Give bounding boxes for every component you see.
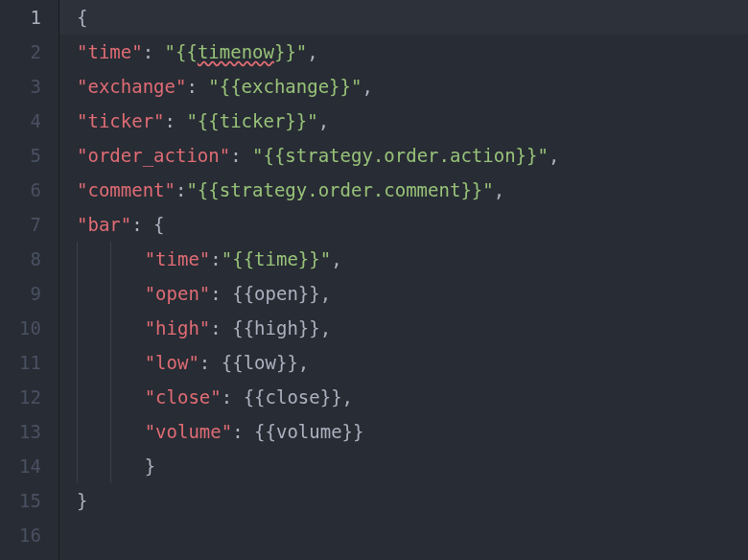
line-number: 6: [12, 173, 41, 207]
comma: ,: [362, 76, 372, 97]
json-value: "{{strategy.order.action}}": [252, 145, 549, 166]
indent-guide-icon: [110, 311, 111, 345]
indent-guide-icon: [77, 345, 78, 380]
json-value: "{{exchange}}": [208, 76, 362, 97]
comma: ,: [307, 41, 317, 62]
code-line[interactable]: [77, 518, 748, 552]
line-number: 1: [12, 0, 41, 35]
indent-guide-icon: [110, 449, 111, 483]
colon: :: [210, 283, 232, 304]
code-line[interactable]: {: [77, 0, 748, 35]
colon: :: [131, 214, 153, 235]
code-line[interactable]: "close": {{close}},: [77, 380, 748, 414]
colon: :: [143, 41, 165, 62]
code-editor[interactable]: 1 2 3 4 5 6 7 8 9 10 11 12 13 14 15 16 {…: [0, 0, 748, 560]
line-number: 3: [12, 69, 41, 104]
json-value: {{close}}: [244, 386, 342, 408]
json-key: "open": [145, 283, 211, 304]
comma: ,: [549, 145, 559, 166]
line-number: 2: [12, 35, 41, 69]
line-number: 13: [12, 414, 41, 449]
colon: :: [222, 386, 244, 408]
colon: :: [175, 179, 186, 200]
json-value: {{low}}: [222, 352, 298, 373]
indent-guide-icon: [77, 276, 78, 311]
json-key: "high": [145, 317, 211, 338]
colon: :: [232, 421, 254, 442]
brace-close: }: [77, 490, 87, 511]
line-number: 12: [12, 380, 41, 414]
line-number: 9: [12, 276, 41, 311]
indent-guide-icon: [77, 380, 78, 414]
comma: ,: [342, 386, 353, 408]
json-key: "close": [145, 386, 222, 408]
colon: :: [210, 317, 232, 338]
line-number: 11: [12, 345, 41, 380]
json-key: "volume": [145, 421, 233, 442]
line-number: 10: [12, 311, 41, 345]
code-line[interactable]: "exchange": "{{exchange}}",: [77, 69, 748, 104]
json-value: {{high}}: [232, 317, 320, 338]
json-value: "{{time}}": [222, 248, 331, 269]
quote: ": [165, 41, 175, 62]
indent-guide-icon: [110, 276, 111, 311]
json-value: {{volume}}: [254, 421, 363, 442]
comma: ,: [320, 283, 331, 304]
comma: ,: [320, 317, 331, 338]
colon: :: [199, 352, 222, 373]
code-line[interactable]: "ticker": "{{ticker}}",: [77, 104, 748, 138]
line-number: 15: [12, 483, 41, 518]
json-value: "{{strategy.order.comment}}": [186, 179, 493, 200]
indent-guide-icon: [77, 311, 78, 345]
brace-close: }: [145, 455, 155, 477]
line-number: 5: [12, 138, 41, 173]
json-key: "order_action": [77, 145, 230, 166]
indent-guide-icon: [110, 380, 111, 414]
indent-guide-icon: [110, 414, 111, 449]
code-area[interactable]: { "time": "{{timenow}}", "exchange": "{{…: [59, 0, 748, 560]
code-line[interactable]: "bar": {: [77, 207, 748, 242]
code-line[interactable]: "comment":"{{strategy.order.comment}}",: [77, 173, 748, 207]
indent-guide-icon: [77, 449, 78, 483]
code-line[interactable]: "time": "{{timenow}}",: [77, 35, 748, 69]
line-number: 16: [12, 518, 41, 552]
comma: ,: [331, 248, 341, 269]
json-value: }}: [274, 41, 296, 62]
indent-guide-icon: [110, 242, 111, 276]
indent-guide-icon: [110, 345, 111, 380]
json-key: "low": [145, 352, 199, 373]
colon: :: [186, 76, 208, 97]
code-line[interactable]: "order_action": "{{strategy.order.action…: [77, 138, 748, 173]
line-number: 14: [12, 449, 41, 483]
indent-guide-icon: [77, 242, 78, 276]
code-line[interactable]: "open": {{open}},: [77, 276, 748, 311]
code-line[interactable]: }: [77, 449, 748, 483]
line-number: 7: [12, 207, 41, 242]
code-line[interactable]: "low": {{low}},: [77, 345, 748, 380]
code-line[interactable]: "volume": {{volume}}: [77, 414, 748, 449]
json-key: "ticker": [77, 110, 165, 131]
line-number-gutter: 1 2 3 4 5 6 7 8 9 10 11 12 13 14 15 16: [0, 0, 59, 560]
code-line[interactable]: "high": {{high}},: [77, 311, 748, 345]
json-key: "bar": [77, 214, 131, 235]
colon: :: [230, 145, 252, 166]
indent-guide-icon: [77, 414, 78, 449]
brace-open: {: [153, 214, 164, 235]
json-value: {{: [175, 41, 198, 62]
code-line[interactable]: }: [77, 483, 748, 518]
comma: ,: [318, 110, 329, 131]
comma: ,: [494, 179, 504, 200]
json-key: "comment": [77, 179, 175, 200]
line-number: 4: [12, 104, 41, 138]
json-value: {{open}}: [232, 283, 320, 304]
json-value-spellcheck: timenow: [198, 41, 274, 62]
colon: :: [210, 248, 221, 269]
json-key: "time": [145, 248, 211, 269]
quote: ": [296, 41, 307, 62]
json-value: "{{ticker}}": [186, 110, 317, 131]
code-line[interactable]: "time":"{{time}}",: [77, 242, 748, 276]
colon: :: [165, 110, 187, 131]
json-key: "exchange": [77, 76, 186, 97]
line-number: 8: [12, 242, 41, 276]
json-key: "time": [77, 41, 143, 62]
